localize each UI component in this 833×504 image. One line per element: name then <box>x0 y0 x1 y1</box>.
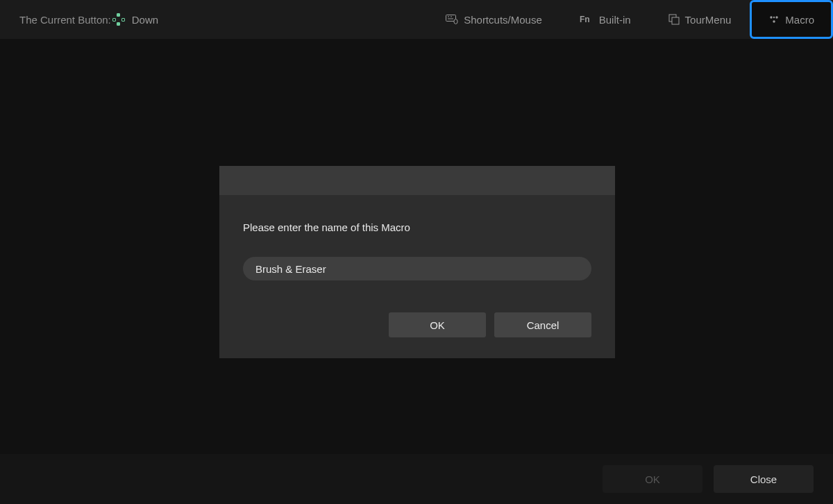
fn-icon: Fn <box>580 15 594 24</box>
tab-bar: Shortcuts/Mouse Fn Built-in TourMenu <box>427 0 833 39</box>
dialog-prompt: Please enter the name of this Macro <box>243 221 591 233</box>
svg-point-10 <box>773 20 775 22</box>
top-bar: The Current Button: Down Shortcuts/Mouse… <box>0 0 833 39</box>
dialog-titlebar[interactable] <box>219 166 615 195</box>
dialog-body: Please enter the name of this Macro <box>219 195 615 293</box>
macro-name-dialog: Please enter the name of this Macro OK C… <box>219 166 615 358</box>
tab-tourmenu-label: TourMenu <box>685 14 732 26</box>
macro-name-input[interactable] <box>243 257 591 280</box>
dialog-cancel-button[interactable]: Cancel <box>494 312 591 337</box>
tab-macro[interactable]: Macro <box>750 0 833 39</box>
svg-point-8 <box>771 16 773 18</box>
keyboard-mouse-icon <box>446 15 458 24</box>
tab-tourmenu[interactable]: TourMenu <box>650 0 750 39</box>
tab-shortcuts-label: Shortcuts/Mouse <box>464 14 542 26</box>
tab-macro-label: Macro <box>785 14 814 26</box>
current-button-value: Down <box>132 14 158 26</box>
dialog-actions: OK Cancel <box>219 293 615 358</box>
svg-rect-7 <box>672 17 679 24</box>
svg-point-9 <box>776 16 778 18</box>
footer-close-button[interactable]: Close <box>714 465 814 493</box>
tourmenu-icon <box>668 14 680 25</box>
svg-point-11 <box>773 17 775 18</box>
tab-builtin-label: Built-in <box>599 14 631 26</box>
footer-bar: OK Close <box>0 454 833 504</box>
tab-shortcuts[interactable]: Shortcuts/Mouse <box>427 0 561 39</box>
svg-text:Fn: Fn <box>580 15 590 24</box>
macro-icon <box>768 15 780 24</box>
footer-ok-button: OK <box>603 465 702 493</box>
dialog-ok-button[interactable]: OK <box>389 312 486 337</box>
current-button-label: The Current Button: <box>19 14 111 26</box>
dpad-icon <box>112 13 125 26</box>
svg-point-4 <box>454 19 457 24</box>
tab-builtin[interactable]: Fn Built-in <box>561 0 650 39</box>
